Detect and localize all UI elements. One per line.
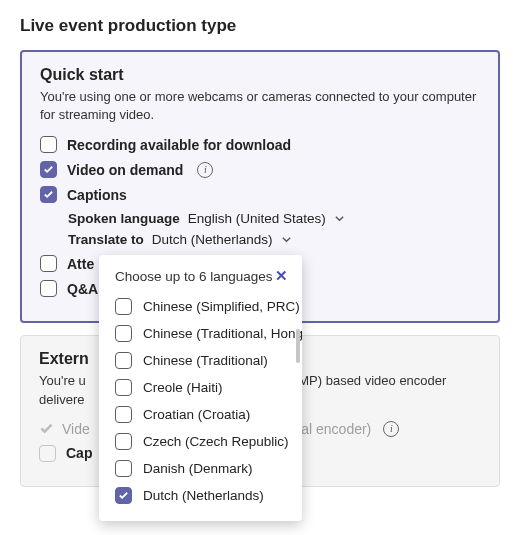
language-option[interactable]: Dutch (Netherlands) bbox=[99, 482, 302, 509]
language-option[interactable]: Chinese (Simplified, PRC) bbox=[99, 293, 302, 320]
checkbox-icon[interactable] bbox=[115, 406, 132, 423]
translate-value: Dutch (Netherlands) bbox=[152, 232, 273, 247]
chevron-down-icon[interactable] bbox=[334, 213, 345, 224]
option-vod[interactable]: Video on demand i bbox=[40, 161, 480, 178]
option-label: Atte bbox=[67, 256, 94, 272]
info-icon[interactable]: i bbox=[197, 162, 213, 178]
spoken-language-row[interactable]: Spoken language English (United States) bbox=[68, 211, 480, 226]
checkbox-icon[interactable] bbox=[40, 136, 57, 153]
language-label: Creole (Haiti) bbox=[143, 380, 223, 395]
quick-start-title: Quick start bbox=[40, 66, 480, 84]
language-label: Chinese (Simplified, PRC) bbox=[143, 299, 300, 314]
checkbox-icon[interactable] bbox=[115, 487, 132, 504]
spoken-value: English (United States) bbox=[188, 211, 326, 226]
language-dropdown[interactable]: Choose up to 6 languages ✕ Chinese (Simp… bbox=[99, 255, 302, 521]
language-label: Czech (Czech Republic) bbox=[143, 434, 289, 449]
spoken-key: Spoken language bbox=[68, 211, 180, 226]
language-option[interactable]: Chinese (Traditional) bbox=[99, 347, 302, 374]
language-label: Chinese (Traditional) bbox=[143, 353, 268, 368]
language-option[interactable]: Croatian (Croatia) bbox=[99, 401, 302, 428]
checkbox-icon[interactable] bbox=[40, 186, 57, 203]
option-label: Video on demand bbox=[67, 162, 183, 178]
language-label: Chinese (Traditional, Hong Ko bbox=[143, 326, 302, 341]
translate-to-row[interactable]: Translate to Dutch (Netherlands) bbox=[68, 232, 480, 247]
checkbox-icon[interactable] bbox=[115, 460, 132, 477]
scrollbar[interactable] bbox=[296, 329, 300, 363]
checkbox-icon[interactable] bbox=[115, 433, 132, 450]
language-label: Danish (Denmark) bbox=[143, 461, 253, 476]
option-label: Q&A bbox=[67, 281, 98, 297]
checkbox-icon[interactable] bbox=[39, 445, 56, 462]
option-captions[interactable]: Captions bbox=[40, 186, 480, 203]
language-option[interactable]: Creole (Haiti) bbox=[99, 374, 302, 401]
dropdown-title: Choose up to 6 languages bbox=[115, 269, 273, 284]
language-label: Croatian (Croatia) bbox=[143, 407, 250, 422]
section-title: Live event production type bbox=[20, 16, 500, 36]
option-recording[interactable]: Recording available for download bbox=[40, 136, 480, 153]
checkbox-icon[interactable] bbox=[115, 352, 132, 369]
quick-start-desc: You're using one or more webcams or came… bbox=[40, 88, 480, 124]
option-label: Cap bbox=[66, 445, 92, 461]
translate-key: Translate to bbox=[68, 232, 144, 247]
chevron-down-icon[interactable] bbox=[281, 234, 292, 245]
checkbox-icon[interactable] bbox=[40, 255, 57, 272]
checkbox-icon[interactable] bbox=[115, 325, 132, 342]
checkbox-icon[interactable] bbox=[115, 298, 132, 315]
option-label: Captions bbox=[67, 187, 127, 203]
language-option[interactable]: Danish (Denmark) bbox=[99, 455, 302, 482]
checkbox-icon[interactable] bbox=[40, 161, 57, 178]
option-label: Recording available for download bbox=[67, 137, 291, 153]
language-label: Dutch (Netherlands) bbox=[143, 488, 264, 503]
close-icon[interactable]: ✕ bbox=[275, 267, 288, 285]
language-option[interactable]: Czech (Czech Republic) bbox=[99, 428, 302, 455]
language-option[interactable]: Chinese (Traditional, Hong Ko bbox=[99, 320, 302, 347]
checkbox-icon[interactable] bbox=[40, 280, 57, 297]
info-icon[interactable]: i bbox=[383, 421, 399, 437]
checkbox-icon[interactable] bbox=[115, 379, 132, 396]
